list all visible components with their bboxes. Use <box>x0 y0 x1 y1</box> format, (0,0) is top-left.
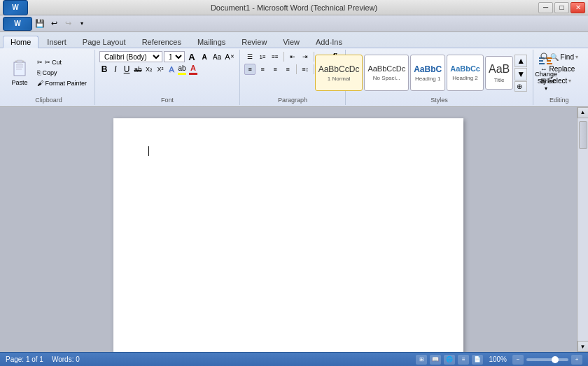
style-heading2[interactable]: AaBbCc Heading 2 <box>447 55 484 91</box>
tab-insert[interactable]: Insert <box>39 36 74 48</box>
save-button[interactable]: 💾 <box>34 17 46 30</box>
align-center-button[interactable]: ≡ <box>257 64 268 75</box>
font-group-label: Font <box>161 95 174 104</box>
close-button[interactable]: ✕ <box>570 2 585 13</box>
zoom-slider[interactable] <box>526 358 568 361</box>
font-family-select[interactable]: Calibri (Body) <box>99 51 162 62</box>
multilevel-button[interactable]: ≡≡ <box>270 51 281 62</box>
undo-button[interactable]: ↩ <box>48 17 60 30</box>
ribbon-tabs: Home Insert Page Layout References Maili… <box>0 32 588 48</box>
increase-indent-button[interactable]: ⇥ <box>300 51 311 62</box>
vertical-scrollbar: ▲ ▼ <box>577 107 588 352</box>
styles-group: AaBbCcDc 1 Normal AaBbCcDc No Spaci... A… <box>346 50 533 105</box>
tab-home[interactable]: Home <box>3 36 38 48</box>
svg-rect-3 <box>16 66 23 68</box>
cut-button[interactable]: ✂ ✂ Cut <box>34 57 90 67</box>
replace-button[interactable]: ↔ Replace <box>538 64 578 74</box>
zoom-in-button[interactable]: + <box>571 355 582 365</box>
format-painter-button[interactable]: 🖌 Format Painter <box>34 78 90 88</box>
bold-button[interactable]: B <box>99 64 109 74</box>
editing-group-label: Editing <box>550 95 569 104</box>
style-no-spacing-label: No Spaci... <box>373 75 400 81</box>
tab-page-layout[interactable]: Page Layout <box>75 36 134 48</box>
web-layout-button[interactable]: 🌐 <box>444 355 455 365</box>
draft-view-button[interactable]: 📄 <box>472 355 483 365</box>
zoom-slider-thumb[interactable] <box>552 356 559 363</box>
subscript-button[interactable]: X₂ <box>144 64 154 74</box>
styles-more[interactable]: ⊕ <box>514 81 527 92</box>
style-no-spacing[interactable]: AaBbCcDc No Spaci... <box>364 55 409 91</box>
italic-button[interactable]: I <box>111 64 120 74</box>
find-button[interactable]: 🔍 Find ▾ <box>538 51 581 62</box>
zoom-percentage: 100% <box>489 356 507 363</box>
document-page[interactable] <box>113 118 463 352</box>
style-normal[interactable]: AaBbCcDc 1 Normal <box>315 55 363 91</box>
scroll-up-button[interactable]: ▲ <box>578 107 589 118</box>
status-right: ⊞ 📖 🌐 ≡ 📄 100% − + <box>416 355 582 365</box>
style-normal-preview: AaBbCcDc <box>318 64 360 74</box>
copy-button[interactable]: ⎘ Copy <box>34 68 90 78</box>
text-effects-button[interactable]: A <box>167 64 176 74</box>
line-spacing-button[interactable]: ≡↕ <box>300 64 311 75</box>
tab-addins[interactable]: Add-Ins <box>308 36 350 48</box>
outline-view-button[interactable]: ≡ <box>458 355 469 365</box>
tab-view[interactable]: View <box>275 36 307 48</box>
superscript-button[interactable]: X² <box>155 64 165 74</box>
underline-button[interactable]: U <box>122 64 132 74</box>
svg-line-13 <box>546 58 548 60</box>
style-title-preview: AaB <box>489 62 510 76</box>
maximize-button[interactable]: □ <box>554 2 569 13</box>
change-case-button[interactable]: Aa <box>211 51 223 62</box>
tab-references[interactable]: References <box>134 36 189 48</box>
font-shrink-button[interactable]: A <box>199 51 210 62</box>
justify-button[interactable]: ≡ <box>282 64 293 75</box>
minimize-button[interactable]: ─ <box>538 2 553 13</box>
clipboard-content: Paste ✂ ✂ Cut ⎘ Copy 🖌 Format Painter <box>7 51 90 95</box>
styles-content: AaBbCcDc 1 Normal AaBbCcDc No Spaci... A… <box>315 51 564 95</box>
bullets-button[interactable]: ☰ <box>244 51 255 62</box>
scroll-thumb[interactable] <box>579 121 587 149</box>
zoom-out-button[interactable]: − <box>512 355 524 365</box>
title-bar-left: W <box>3 0 28 15</box>
text-cursor <box>148 146 149 156</box>
layout-view-button[interactable]: ⊞ <box>416 355 427 365</box>
tab-mailings[interactable]: Mailings <box>190 36 233 48</box>
svg-rect-2 <box>16 64 23 66</box>
font-color-button[interactable]: A <box>189 64 197 75</box>
editing-group: 🔍 Find ▾ ↔ Replace ⊞ Select ▾ Editing <box>533 50 585 105</box>
window-controls: ─ □ ✕ <box>538 2 585 13</box>
strikethrough-button[interactable]: ab <box>133 64 143 74</box>
align-right-button[interactable]: ≡ <box>270 64 281 75</box>
document-area[interactable] <box>0 107 577 352</box>
styles-scroll-up[interactable]: ▲ <box>514 55 527 67</box>
quick-access-toolbar: W 💾 ↩ ↪ ▾ <box>0 15 588 32</box>
numbering-button[interactable]: 1≡ <box>257 51 268 62</box>
customize-qa-button[interactable]: ▾ <box>76 17 88 30</box>
scroll-down-button[interactable]: ▼ <box>578 341 589 352</box>
paste-button[interactable]: Paste <box>7 57 32 88</box>
svg-point-12 <box>541 53 547 59</box>
clear-format-button[interactable]: A✕ <box>224 51 235 62</box>
page-indicator: Page: 1 of 1 <box>6 356 43 363</box>
style-title[interactable]: AaB Title <box>485 56 513 90</box>
style-heading1-label: Heading 1 <box>415 76 440 82</box>
font-group: Calibri (Body) 11 A A Aa A✕ B I U <box>95 50 240 105</box>
window-title: Document1 - Microsoft Word (Technical Pr… <box>211 3 377 12</box>
style-no-spacing-preview: AaBbCcDc <box>368 64 405 73</box>
ribbon-content: Paste ✂ ✂ Cut ⎘ Copy 🖌 Format Painter Cl… <box>0 48 588 106</box>
office-button[interactable]: W <box>3 0 28 15</box>
status-left: Page: 1 of 1 Words: 0 <box>6 356 80 363</box>
select-button[interactable]: ⊞ Select ▾ <box>538 76 575 86</box>
styles-scroll-down[interactable]: ▼ <box>514 68 527 80</box>
font-size-select[interactable]: 11 <box>164 51 185 62</box>
full-reading-view-button[interactable]: 📖 <box>430 355 441 365</box>
font-grow-button[interactable]: A <box>186 51 197 62</box>
style-heading1[interactable]: AaBbC Heading 1 <box>410 55 445 91</box>
scroll-track[interactable] <box>578 118 588 341</box>
align-left-button[interactable]: ≡ <box>244 64 255 75</box>
tab-review[interactable]: Review <box>234 36 274 48</box>
office-menu-button[interactable]: W <box>3 17 32 31</box>
redo-button[interactable]: ↪ <box>62 17 74 30</box>
highlight-color-button[interactable]: ab <box>178 64 186 75</box>
decrease-indent-button[interactable]: ⇤ <box>287 51 298 62</box>
